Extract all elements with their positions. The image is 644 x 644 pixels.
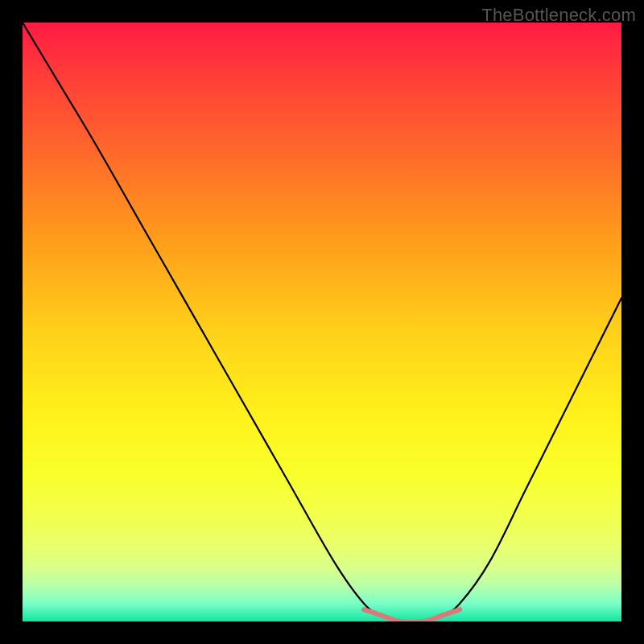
bottleneck-curve (23, 23, 621, 621)
plot-area (23, 23, 621, 621)
optimal-range-marker (364, 609, 460, 621)
watermark-text: TheBottleneck.com (481, 5, 636, 26)
chart-svg (23, 23, 621, 621)
chart-container: TheBottleneck.com (0, 0, 644, 644)
